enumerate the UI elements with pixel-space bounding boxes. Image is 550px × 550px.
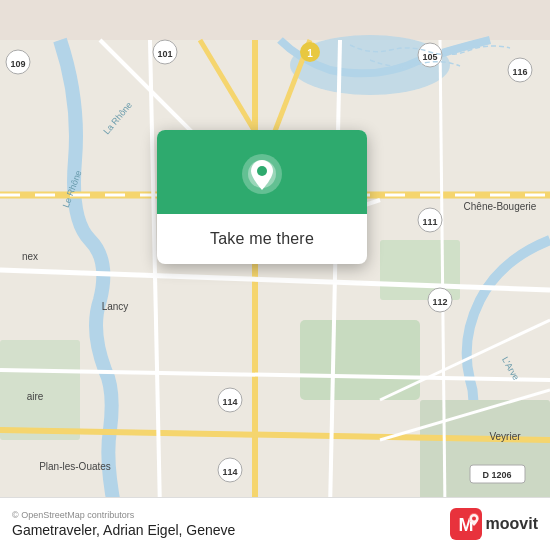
take-me-there-button[interactable]: Take me there (202, 226, 322, 252)
svg-point-57 (472, 517, 476, 521)
location-pin-icon (240, 152, 284, 196)
moovit-brand-icon: M (450, 508, 482, 540)
svg-text:114: 114 (222, 397, 237, 407)
svg-text:1: 1 (307, 48, 313, 59)
svg-rect-5 (420, 400, 550, 510)
svg-text:Veyrier: Veyrier (489, 431, 521, 442)
svg-text:Chêne-Bougerie: Chêne-Bougerie (464, 201, 537, 212)
map-container: 101 1 105 116 111 112 114 114 D 1206 109… (0, 0, 550, 550)
moovit-brand-text: moovit (486, 515, 538, 533)
location-label: Gametraveler, Adrian Eigel, Geneve (12, 522, 235, 538)
svg-rect-4 (0, 340, 80, 440)
svg-text:Lancy: Lancy (102, 301, 129, 312)
svg-point-53 (257, 166, 267, 176)
svg-text:nex: nex (22, 251, 38, 262)
svg-text:109: 109 (10, 59, 25, 69)
svg-text:aire: aire (27, 391, 44, 402)
svg-text:101: 101 (157, 49, 172, 59)
svg-text:114: 114 (222, 467, 237, 477)
svg-text:111: 111 (422, 217, 437, 227)
svg-text:116: 116 (512, 67, 527, 77)
moovit-logo[interactable]: M moovit (450, 508, 538, 540)
svg-text:105: 105 (422, 52, 437, 62)
card-top (157, 130, 367, 214)
info-left: © OpenStreetMap contributors Gametravele… (12, 510, 235, 538)
location-card: Take me there (157, 130, 367, 264)
copyright-text: © OpenStreetMap contributors (12, 510, 235, 520)
svg-text:Plan-les-Ouates: Plan-les-Ouates (39, 461, 111, 472)
card-bottom[interactable]: Take me there (157, 214, 367, 264)
svg-text:112: 112 (432, 297, 447, 307)
info-bar: © OpenStreetMap contributors Gametravele… (0, 497, 550, 550)
map-background: 101 1 105 116 111 112 114 114 D 1206 109… (0, 0, 550, 550)
svg-text:D 1206: D 1206 (482, 470, 511, 480)
